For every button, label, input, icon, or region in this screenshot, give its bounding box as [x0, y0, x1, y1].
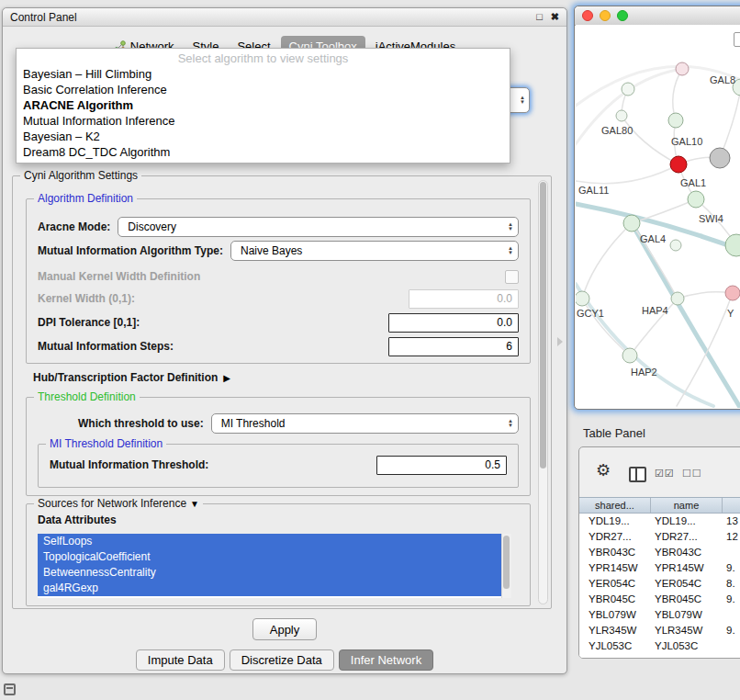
network-edge — [582, 223, 632, 299]
network-node[interactable] — [623, 215, 640, 231]
network-node[interactable] — [670, 156, 687, 173]
algorithm-option-mutual-information-inference[interactable]: Mutual Information Inference — [17, 113, 510, 129]
table-cell: YJL053C — [651, 638, 723, 654]
which-threshold-select[interactable]: MI Threshold ▲▼ — [211, 413, 519, 434]
table-row[interactable]: YBL079WYBL079W — [579, 607, 740, 623]
node-label-gal80: GAL80 — [601, 125, 633, 136]
zoom-traffic-light[interactable] — [617, 10, 628, 21]
node-label-swi4: SWI4 — [699, 213, 723, 224]
attributes-scrollbar[interactable] — [501, 534, 511, 598]
minimize-traffic-light[interactable] — [600, 10, 611, 21]
table-cell: 9. — [723, 592, 740, 607]
data-attributes-items: SelfLoopsTopologicalCoefficientBetweenne… — [38, 534, 511, 596]
network-node[interactable] — [671, 292, 684, 305]
kernel-width-input[interactable] — [409, 289, 519, 309]
manual-kernel-label: Manual Kernel Width Definition — [38, 270, 200, 283]
table-column-header[interactable]: name — [651, 498, 723, 513]
algorithm-option-bayesian-hill-climbing[interactable]: Bayesian – Hill Climbing — [17, 66, 510, 82]
attribute-item-topologicalcoefficient[interactable]: TopologicalCoefficient — [38, 549, 511, 565]
node-label-hap4: HAP4 — [642, 305, 668, 316]
mi-steps-label: Mutual Information Steps: — [38, 340, 174, 353]
network-window-titlebar[interactable] — [575, 6, 740, 26]
table-row[interactable]: YBR043CYBR043C — [579, 545, 740, 560]
hub-definition-expander[interactable]: Hub/Transcription Factor Definition ▶ — [33, 369, 230, 386]
network-node[interactable] — [576, 291, 589, 306]
network-edge — [632, 199, 696, 223]
network-node[interactable] — [670, 240, 681, 251]
mi-steps-input[interactable] — [388, 337, 519, 356]
table-cell: 9. — [723, 560, 740, 576]
close-icon[interactable]: ✖ — [551, 12, 559, 22]
apply-button[interactable]: Apply — [252, 618, 317, 640]
attribute-item-betweennesscentrality[interactable]: BetweennessCentrality — [38, 565, 511, 581]
mi-threshold-input[interactable] — [376, 456, 507, 475]
dpi-tolerance-input[interactable] — [388, 313, 519, 333]
network-node[interactable] — [622, 348, 637, 363]
table-row[interactable]: YPR145WYPR145W9. — [579, 560, 740, 576]
table-row[interactable]: YDR27...YDR27...12 — [579, 529, 740, 545]
table-cell: YBL079W — [651, 607, 723, 623]
network-node[interactable] — [676, 62, 689, 75]
table-cell — [723, 638, 740, 654]
table-row[interactable]: YBR045CYBR045C9. — [579, 592, 740, 607]
attribute-item-gal4rgexp[interactable]: gal4RGexp — [38, 581, 511, 596]
bottom-tab-infer-network[interactable]: Infer Network — [339, 649, 433, 671]
table-row[interactable]: YJL053CYJL053C — [579, 638, 740, 654]
float-window-icon[interactable]: □ — [536, 12, 543, 22]
table-column-header[interactable]: shared... — [579, 498, 651, 513]
network-edge — [576, 164, 678, 184]
bottom-tab-discretize-data[interactable]: Discretize Data — [230, 649, 334, 671]
bottom-tab-bar: Impute DataDiscretize DataInfer Network — [3, 649, 566, 671]
network-node[interactable] — [725, 286, 740, 300]
table-row[interactable]: YDL19...YDL19...13 — [579, 514, 740, 529]
network-node[interactable] — [616, 110, 627, 121]
sources-title[interactable]: Sources for Network Inference▼ — [34, 497, 203, 510]
settings-scrollbar-thumb[interactable] — [540, 182, 546, 469]
manual-kernel-checkbox[interactable] — [505, 270, 519, 284]
algorithm-options-list: Bayesian – Hill ClimbingBasic Correlatio… — [17, 66, 510, 160]
kernel-width-label: Kernel Width (0,1): — [38, 292, 135, 305]
mi-type-select[interactable]: Naive Bayes ▲▼ — [230, 241, 519, 261]
table-cell: YDL19... — [579, 514, 651, 529]
algorithm-dropdown-popup: Select algorithm to view settings Bayesi… — [16, 48, 510, 164]
network-node[interactable] — [668, 113, 683, 128]
attribute-item-selfloops[interactable]: SelfLoops — [38, 534, 511, 549]
network-node[interactable] — [710, 148, 730, 168]
panel-dock-icon[interactable] — [4, 683, 16, 695]
algorithm-option-basic-correlation-inference[interactable]: Basic Correlation Inference — [17, 82, 510, 97]
network-edge — [576, 66, 740, 106]
columns-icon[interactable] — [629, 467, 646, 482]
algorithm-option-aracne-algorithm[interactable]: ARACNE Algorithm — [17, 97, 510, 113]
birdseye-toggle[interactable] — [734, 32, 740, 47]
splitter-collapse-arrow[interactable] — [557, 337, 563, 346]
close-traffic-light[interactable] — [582, 10, 593, 21]
node-label-gal8: GAL8 — [710, 74, 735, 85]
network-node[interactable] — [688, 191, 704, 208]
table-row[interactable]: YLR345WYLR345W9. — [579, 623, 740, 638]
bottom-tab-impute-data[interactable]: Impute Data — [136, 649, 225, 671]
table-cell: YBR043C — [579, 545, 651, 560]
mi-threshold-label: Mutual Information Threshold: — [50, 458, 208, 471]
table-cell: 9. — [723, 623, 740, 638]
cyni-algorithm-settings-group: Cyni Algorithm Settings Algorithm Defini… — [12, 175, 552, 609]
network-node[interactable] — [725, 234, 740, 256]
network-node[interactable] — [622, 83, 634, 96]
settings-scrollbar[interactable] — [538, 180, 548, 604]
algorithm-option-dream8-dc-tdc-algorithm[interactable]: Dream8 DC_TDC Algorithm — [17, 144, 510, 160]
select-all-columns-icon[interactable]: ☑☑ — [655, 468, 675, 480]
control-panel-titlebar[interactable]: Control Panel □ ✖ — [3, 8, 566, 27]
table-column-header[interactable] — [723, 498, 740, 513]
table-row[interactable]: YER054CYER054C8. — [579, 576, 740, 592]
network-canvas[interactable]: GAL8GAL80GAL10GAL11GAL1SWI4GAL4GCY1HAP4Y… — [576, 25, 740, 408]
data-attributes-label: Data Attributes — [38, 514, 117, 526]
cyni-settings-title: Cyni Algorithm Settings — [20, 169, 141, 182]
threshold-definition-group: Threshold Definition Which threshold to … — [26, 397, 531, 496]
algorithm-option-bayesian-k2[interactable]: Bayesian – K2 — [17, 129, 510, 144]
attributes-scrollbar-thumb[interactable] — [503, 536, 510, 589]
deselect-all-columns-icon[interactable]: ☐☐ — [682, 468, 702, 480]
aracne-mode-select[interactable]: Discovery ▲▼ — [118, 217, 519, 237]
gear-icon[interactable]: ⚙ — [596, 462, 611, 479]
table-cell: YBR043C — [651, 545, 723, 560]
network-edge — [576, 284, 713, 406]
threshold-definition-title: Threshold Definition — [34, 390, 140, 403]
